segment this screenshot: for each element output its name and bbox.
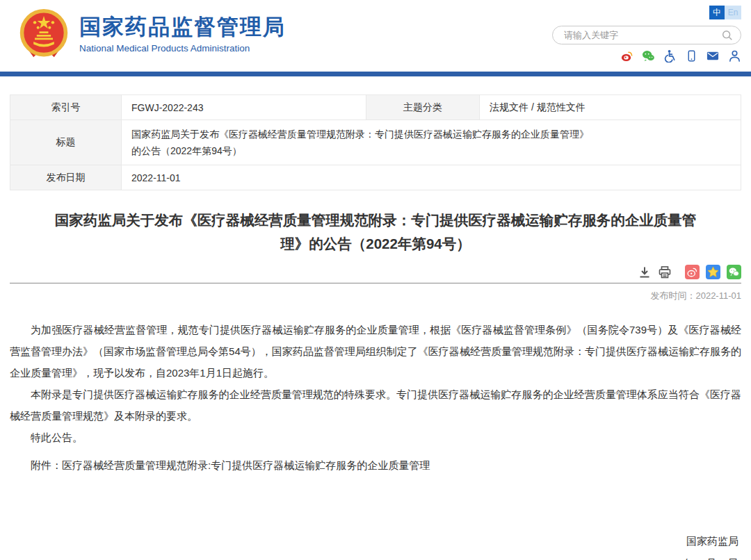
attachment-line: 附件：医疗器械经营质量管理规范附录:专门提供医疗器械运输贮存服务的企业质量管理 — [10, 454, 741, 476]
search-icon[interactable] — [721, 29, 734, 42]
page-title: 国家药监局关于发布《医疗器械经营质量管理规范附录：专门提供医疗器械运输贮存服务的… — [49, 208, 702, 256]
index-number-value: FGWJ-2022-243 — [122, 95, 366, 120]
paragraph: 为加强医疗器械经营监督管理，规范专门提供医疗器械运输贮存服务的企业质量管理，根据… — [10, 319, 741, 384]
publish-time: 发布时间：2022-11-01 — [10, 290, 741, 302]
table-row: 发布日期 2022-11-01 — [10, 165, 741, 190]
mobile-icon[interactable] — [684, 49, 698, 62]
title-value: 国家药监局关于发布《医疗器械经营质量管理规范附录：专门提供医疗器械运输贮存服务的… — [122, 120, 741, 165]
weibo-icon[interactable] — [620, 49, 633, 62]
download-icon[interactable] — [638, 265, 652, 279]
index-number-label: 索引号 — [10, 95, 122, 120]
document-info-table: 索引号 FGWJ-2022-243 主题分类 法规文件 / 规范性文件 标题 国… — [10, 94, 741, 190]
print-icon[interactable] — [658, 265, 672, 279]
search-input[interactable] — [564, 30, 721, 40]
accessibility-icon[interactable] — [663, 49, 677, 62]
qzone-share-icon[interactable] — [706, 265, 720, 279]
signature-block: 国家药监局 2022年10月31日 — [10, 530, 741, 560]
table-row: 标题 国家药监局关于发布《医疗器械经营质量管理规范附录：专门提供医疗器械运输贮存… — [10, 120, 741, 165]
search-box — [552, 26, 741, 44]
title-divider — [10, 283, 741, 283]
topic-category-label: 主题分类 — [366, 95, 480, 120]
table-row: 索引号 FGWJ-2022-243 主题分类 法规文件 / 规范性文件 — [10, 95, 741, 120]
site-logo[interactable]: 国家药品监督管理局 National Medical Products Admi… — [18, 8, 286, 60]
national-emblem-icon — [18, 8, 70, 60]
site-name: 国家药品监督管理局 — [79, 15, 286, 40]
wechat-share-icon[interactable] — [727, 265, 741, 279]
site-name-en: National Medical Products Administration — [79, 43, 286, 53]
topic-category-value: 法规文件 / 规范性文件 — [480, 95, 741, 120]
user-icon[interactable] — [727, 49, 741, 62]
attachment-label: 附件： — [31, 459, 62, 471]
header-divider-bar — [0, 72, 751, 76]
signature-agency: 国家药监局 — [10, 530, 738, 552]
signature-date: 2022年10月31日 — [10, 552, 738, 560]
lang-en-button[interactable]: En — [725, 6, 741, 19]
site-header: 国家药品监督管理局 National Medical Products Admi… — [0, 0, 751, 72]
wechat-icon[interactable] — [641, 49, 655, 62]
mail-icon[interactable] — [706, 49, 720, 62]
paragraph: 本附录是专门提供医疗器械运输贮存服务的企业经营质量管理规范的特殊要求。专门提供医… — [10, 384, 741, 427]
header-quick-links — [620, 49, 741, 62]
article-body: 为加强医疗器械经营监督管理，规范专门提供医疗器械运输贮存服务的企业质量管理，根据… — [10, 319, 741, 476]
attachment-link[interactable]: 医疗器械经营质量管理规范附录:专门提供医疗器械运输贮存服务的企业质量管理 — [62, 459, 430, 471]
paragraph: 特此公告。 — [10, 427, 741, 448]
weibo-share-icon[interactable] — [685, 265, 700, 279]
language-toggle: 中 En — [709, 6, 741, 19]
publish-date-label: 发布日期 — [10, 165, 122, 190]
article-toolbar — [10, 265, 741, 279]
publish-date-value: 2022-11-01 — [122, 165, 741, 190]
lang-zh-button[interactable]: 中 — [709, 6, 725, 19]
title-label: 标题 — [10, 120, 122, 165]
